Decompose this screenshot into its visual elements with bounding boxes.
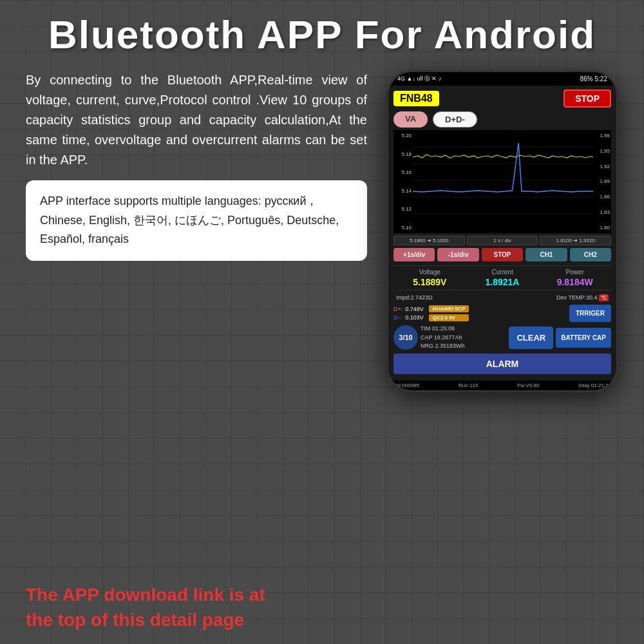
phone-container: 4G ▲↓ ull ⓑ ✕ ♪ 86% 5:22 FNB48 STOP VA D… [380,70,625,392]
chart-area: 5.20 5.18 5.16 5.14 5.12 5.10 [393,130,611,233]
fw-label: Fw:V0.80 [517,383,539,388]
chart-range-row: 5.1860 ➜ 5.1920 1 s / div 1.8100 ➜ 1.932… [393,236,611,245]
y-label-2: 5.18 [395,151,412,157]
yr-label-6: 1.83 [594,209,610,215]
yr-label-5: 1.86 [594,194,610,200]
power-cell: Power 9.8184W [538,269,611,287]
y-label-3: 5.16 [395,169,412,175]
dp-dm-values: 0.749V 0.103V [405,306,424,321]
current-label: Current [466,269,539,276]
chart-y-labels-right: 1.98 1.95 1.92 1.89 1.86 1.83 1.80 [593,130,611,233]
div-label: 1 s / div [467,236,538,245]
app-top-bar: FNB48 STOP [393,90,611,108]
bottom-text: The APP download link is at the top of t… [26,582,265,632]
fnb48-badge: FNB48 [393,91,439,106]
power-value: 9.8184W [538,277,611,287]
chart-y-labels-left: 5.20 5.18 5.16 5.14 5.12 5.10 [393,130,413,233]
phone: 4G ▲↓ ull ⓑ ✕ ♪ 86% 5:22 FNB48 STOP VA D… [386,70,618,392]
y-label-6: 5.10 [395,225,412,231]
battery-cap-button[interactable]: BATTERY CAP [556,328,611,348]
bottom-line1: The APP download link is at [26,582,265,607]
ch1-button[interactable]: CH1 [526,248,567,261]
yr-label-3: 1.92 [594,164,610,169]
bottom-line2: the top of this detail page [26,607,265,632]
dp-dm-labels: D+: D-: [393,306,402,321]
ctrl-buttons: +1s/div -1s/div STOP CH1 CH2 [393,248,611,261]
yr-label-4: 1.89 [594,178,610,184]
vcp-row: Voltage 5.1889V Current 1.8921A Power 9.… [393,265,611,290]
protocol2-badge: QC2.0 5V [429,314,469,321]
mode-buttons: VA D+D- [393,111,611,128]
mode-dpd-button[interactable]: D+D- [433,111,477,128]
app-footer: SN:000985 Run:124 Fw:V0.80 0day 01:21:48 [388,381,616,390]
impd-value: Impd:2.7423Ω [396,294,433,301]
status-bar: 4G ▲↓ ull ⓑ ✕ ♪ 86% 5:22 [388,72,616,86]
dp-dm-row: D+: D-: 0.749V 0.103V HUAWEI SCP QC2.0 5… [393,305,611,322]
voltage-label: Voltage [393,269,466,276]
status-left: 4G ▲↓ ull ⓑ ✕ ♪ [397,75,441,83]
voltage-cell: Voltage 5.1889V [393,269,466,287]
minus-div-button[interactable]: -1s/div [437,248,478,261]
y-label-1: 5.20 [395,133,412,138]
impd-row: Impd:2.7423Ω Dev TEMP:30.4 ℃ [393,293,611,302]
voltage-value: 5.1889V [393,277,466,287]
sn-label: SN:000985 [393,383,419,388]
a-range: 1.8100 ➜ 1.9320 [540,236,611,245]
power-label: Power [538,269,611,276]
trigger-button[interactable]: TRRIGER [569,305,611,322]
yr-label-2: 1.95 [594,148,610,154]
main-content: By connecting to the Bluetooth APP,Real-… [0,64,644,392]
language-text: APP interface supports multiple language… [40,192,353,249]
cap-label: CAP 19.2677Ah [421,334,506,343]
stats-row: 3/10 TIM 01:25:08 CAP 19.2677Ah NRG 2.35… [393,325,611,351]
chart-canvas [413,130,593,233]
protocol1-badge: HUAWEI SCP [429,305,469,312]
stop-ctrl-button[interactable]: STOP [482,248,523,261]
header: Bluetooth APP For Android [0,0,644,64]
day-label: 0day 01:21:48 [578,383,611,388]
alarm-button[interactable]: ALARM [393,354,611,374]
dp-value: 0.749V [405,306,424,312]
ch2-button[interactable]: CH2 [570,248,611,261]
y-label-4: 5.14 [395,188,412,194]
status-right: 86% 5:22 [580,75,607,82]
clear-button[interactable]: CLEAR [509,327,553,349]
mode-va-button[interactable]: VA [393,111,428,128]
app-content: FNB48 STOP VA D+D- 5.20 5.18 5.16 5.14 5… [388,86,616,381]
language-box: APP interface supports multiple language… [26,180,367,261]
stats-info: TIM 01:25:08 CAP 19.2677Ah NRG 2.35183Wh [421,325,506,351]
page-title: Bluetooth APP For Android [13,12,631,57]
run-label: Run:124 [459,383,478,388]
yr-label-7: 1.80 [594,225,610,231]
dm-label: D-: [393,314,402,321]
dm-value: 0.103V [405,314,424,321]
dev-temp: Dev TEMP:30.4 ℃ [556,294,609,301]
dp-label: D+: [393,306,402,312]
current-cell: Current 1.8921A [466,269,539,287]
yr-label-1: 1.98 [594,133,610,138]
current-value: 1.8921A [466,277,539,287]
y-label-5: 5.12 [395,206,412,212]
group-circle: 3/10 [393,325,418,350]
nrg-label: NRG 2.35183Wh [421,342,506,351]
plus-div-button[interactable]: +1s/div [393,248,435,261]
temp-badge: ℃ [599,294,609,301]
protocol-badges: HUAWEI SCP QC2.0 5V [429,305,469,321]
description-text: By connecting to the Bluetooth APP,Real-… [26,70,367,170]
stop-badge[interactable]: STOP [564,90,611,108]
v-min: 5.1860 ➜ 5.1920 [393,236,465,245]
left-panel: By connecting to the Bluetooth APP,Real-… [26,70,367,392]
tim-label: TIM 01:25:08 [421,325,506,334]
